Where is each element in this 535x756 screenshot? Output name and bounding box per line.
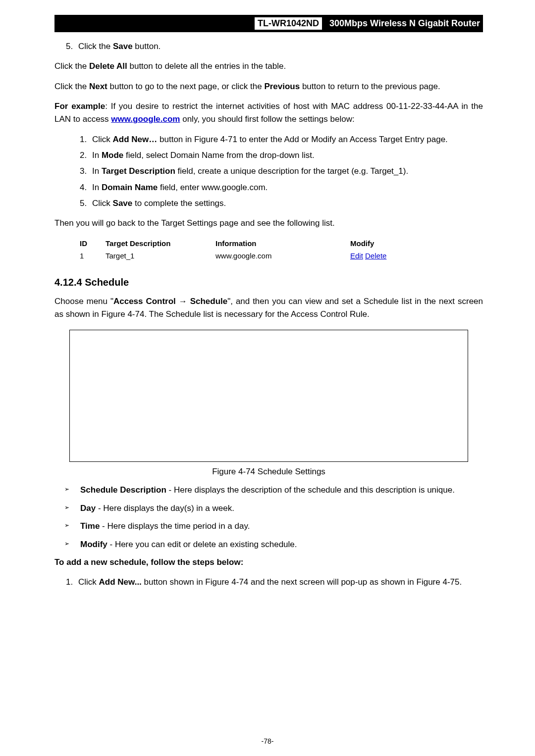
list-item: Day - Here displays the day(s) in a week… xyxy=(64,502,483,515)
page-number: -78- xyxy=(0,737,535,745)
add-step-1: Click Add New... button shown in Figure … xyxy=(75,576,483,589)
delete-link[interactable]: Delete xyxy=(365,252,386,260)
inner-step-1: Click Add New… button in Figure 4-71 to … xyxy=(89,133,483,146)
next-prev-paragraph: Click the Next button to go to the next … xyxy=(54,80,483,93)
list-item: Schedule Description - Here displays the… xyxy=(64,484,483,497)
col-id: ID xyxy=(77,237,103,250)
delete-all-paragraph: Click the Delete All button to delete al… xyxy=(54,60,483,73)
product-label: 300Mbps Wireless N Gigabit Router xyxy=(329,18,480,28)
cell-modify: Edit Delete xyxy=(347,250,423,262)
col-info: Information xyxy=(213,237,347,250)
inner-step-3: In Target Description field, create a un… xyxy=(89,165,483,178)
figure-placeholder xyxy=(69,330,468,462)
page-header-bar: TL-WR1042ND 300Mbps Wireless N Gigabit R… xyxy=(54,16,483,31)
schedule-paragraph: Choose menu "Access Control → Schedule",… xyxy=(54,295,483,321)
target-table: ID Target Description Information Modify… xyxy=(77,237,423,262)
list-item: Modify - Here you can edit or delete an … xyxy=(64,538,483,551)
then-back-paragraph: Then you will go back to the Target Sett… xyxy=(54,217,483,230)
figure-caption: Figure 4-74 Schedule Settings xyxy=(54,467,483,477)
table-header-row: ID Target Description Information Modify xyxy=(77,237,423,250)
google-link[interactable]: www.google.com xyxy=(111,114,180,124)
cell-id: 1 xyxy=(77,250,103,262)
inner-step-5: Click Save to complete the settings. xyxy=(89,197,483,210)
to-add-heading: To add a new schedule, follow the steps … xyxy=(54,556,483,569)
table-row: 1 Target_1 www.google.com Edit Delete xyxy=(77,250,423,262)
example-paragraph: For example: If you desire to restrict t… xyxy=(54,100,483,126)
schedule-heading: 4.12.4 Schedule xyxy=(54,277,483,288)
cell-desc: Target_1 xyxy=(103,250,213,262)
outer-step-5: Click the Save button. xyxy=(75,40,483,53)
model-label: TL-WR1042ND xyxy=(255,17,322,30)
col-mod: Modify xyxy=(347,237,423,250)
inner-step-4: In Domain Name field, enter www.google.c… xyxy=(89,181,483,194)
col-desc: Target Description xyxy=(103,237,213,250)
cell-info: www.google.com xyxy=(213,250,347,262)
edit-link[interactable]: Edit xyxy=(350,252,363,260)
list-item: Time - Here displays the time period in … xyxy=(64,520,483,533)
arrow-icon: → xyxy=(176,297,190,306)
inner-step-2: In Mode field, select Domain Name from t… xyxy=(89,149,483,162)
